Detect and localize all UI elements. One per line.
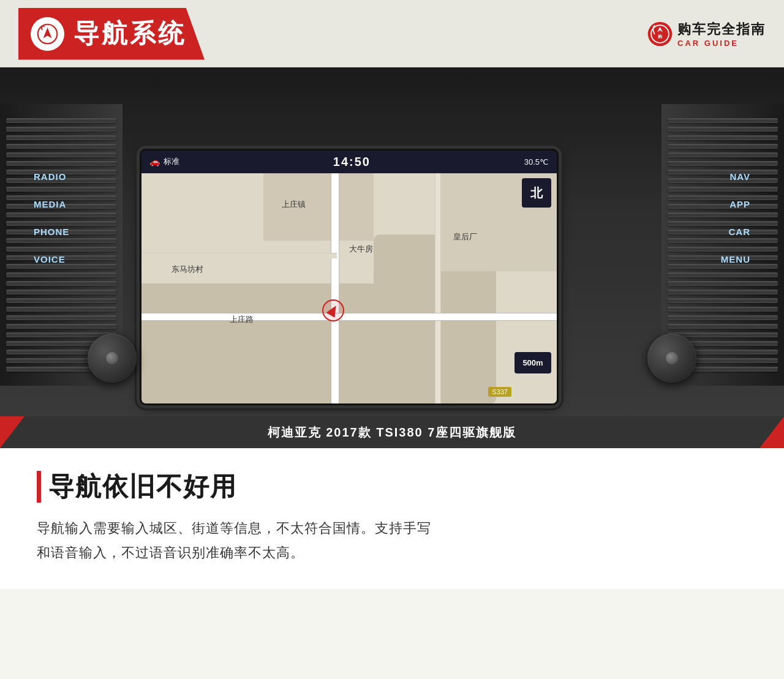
north-label: 北	[530, 185, 543, 201]
map-display[interactable]: 上庄镇 皇后厂 东马坊村 大牛房 上庄路 北 500m S337	[141, 173, 557, 404]
map-label-huanghou: 皇后厂	[453, 231, 477, 242]
menu-item-app[interactable]: APP	[729, 199, 750, 209]
nav-icon	[31, 17, 64, 51]
header-right: 购 购车完全指南 CAR GUIDE	[646, 20, 766, 48]
brand-text: 购车完全指南 CAR GUIDE	[677, 20, 766, 48]
side-menu-right: NAV APP CAR MENU	[721, 171, 750, 264]
map-label-daniufang: 大牛房	[349, 244, 373, 255]
red-accent-bar	[37, 471, 41, 503]
menu-item-radio[interactable]: RADIO	[34, 171, 69, 182]
position-arrow-icon	[326, 303, 341, 318]
status-left: 🚗 标准	[149, 156, 179, 167]
map-region-3	[263, 173, 374, 241]
road-v2	[435, 173, 441, 404]
article-body: 导航输入需要输入城区、街道等信息，不太符合国情。支持手写和语音输入，不过语音识别…	[37, 516, 747, 565]
infotainment-screen[interactable]: 🚗 标准 14:50 30.5℃ 上庄镇 皇后厂 东马坊村	[141, 150, 557, 404]
map-label-shangzhuang: 上庄镇	[282, 199, 306, 210]
clock-display: 14:50	[333, 155, 371, 169]
article-content: 导航依旧不好用 导航输入需要输入城区、街道等信息，不太符合国情。支持手写和语音输…	[0, 448, 784, 589]
header-banner: 导航系统 购 购车完全指南 CAR GUIDE	[0, 0, 784, 67]
knob-left-center	[106, 352, 118, 364]
map-label-dongmafang: 东马坊村	[172, 264, 203, 275]
header-left: 导航系统	[18, 8, 205, 60]
menu-item-phone[interactable]: PHONE	[34, 227, 69, 237]
north-indicator: 北	[522, 178, 551, 208]
position-circle	[322, 299, 344, 321]
knob-right-center	[666, 352, 678, 364]
route-badge: S337	[488, 387, 511, 397]
brand-name-cn: 购车完全指南	[677, 20, 766, 39]
road-h2	[141, 253, 337, 258]
model-name: 柯迪亚克 2017款 TSI380 7座四驱旗舰版	[268, 424, 517, 441]
header-title: 导航系统	[74, 17, 186, 51]
drive-mode: 标准	[164, 156, 179, 167]
scale-indicator: 500m	[514, 352, 551, 373]
road-v1	[331, 173, 339, 404]
article-heading: 导航依旧不好用	[48, 470, 237, 504]
menu-item-nav[interactable]: NAV	[729, 171, 750, 182]
map-label-shangzhuanglu: 上庄路	[230, 314, 254, 325]
status-bar: 🚗 标准 14:50 30.5℃	[141, 150, 557, 173]
article-body-text: 导航输入需要输入城区、街道等信息，不太符合国情。支持手写和语音输入，不过语音识别…	[37, 520, 431, 560]
route-number: S337	[492, 388, 508, 396]
brand-logo: 购 购车完全指南 CAR GUIDE	[646, 20, 766, 48]
temperature-display: 30.5℃	[524, 157, 549, 167]
menu-item-car[interactable]: CAR	[729, 227, 751, 237]
model-ribbon: 柯迪亚克 2017款 TSI380 7座四驱旗舰版	[0, 416, 784, 448]
scale-label: 500m	[522, 358, 543, 367]
car-interior: RADIO MEDIA PHONE VOICE NAV APP CAR MENU…	[0, 67, 784, 416]
position-marker	[322, 299, 344, 321]
road-h1	[141, 313, 557, 321]
car-small-icon: 🚗	[149, 157, 160, 167]
side-menu-left: RADIO MEDIA PHONE VOICE	[34, 171, 69, 264]
knob-left[interactable]	[88, 334, 137, 383]
knob-right[interactable]	[647, 334, 696, 383]
menu-item-media[interactable]: MEDIA	[34, 199, 69, 209]
menu-item-voice[interactable]: VOICE	[34, 254, 69, 264]
brand-name-en: CAR GUIDE	[677, 39, 739, 48]
svg-text:购: 购	[657, 33, 662, 39]
map-region-2	[141, 283, 386, 404]
menu-item-menu[interactable]: MENU	[721, 254, 750, 264]
article-heading-wrapper: 导航依旧不好用	[37, 470, 747, 504]
